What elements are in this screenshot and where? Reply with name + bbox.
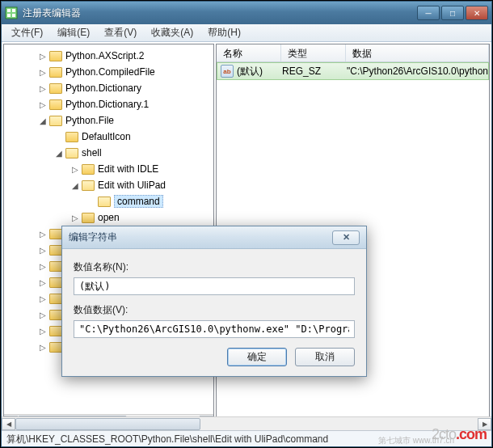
value-name: (默认) [237,65,263,78]
folder-icon [49,99,62,110]
window-title: 注册表编辑器 [23,6,417,20]
tree-label: open [98,212,120,223]
value-name-label: 数值名称(N): [74,260,355,274]
expand-closed-icon[interactable]: ▷ [69,163,82,175]
expand-closed-icon[interactable]: ▷ [36,98,49,111]
tree-item[interactable]: command [4,193,213,209]
folder-icon [49,51,62,61]
dialog-body: 数值名称(N): 数值数据(V): 确定 取消 [62,249,366,376]
tree-label: shell [82,147,102,158]
list-hscroll[interactable]: ◀ ▶ [2,416,491,430]
folder-icon [82,213,95,223]
tree-item[interactable]: ◢shell [4,145,213,161]
folder-icon [65,148,78,158]
dialog-title: 编辑字符串 [69,230,332,244]
value-data-label: 数值数据(V): [74,303,355,317]
expand-open-icon[interactable]: ◢ [36,114,49,127]
tree-label: Python.Dictionary [65,82,141,94]
value-type: REG_SZ [282,66,347,77]
scroll-right-icon[interactable]: ▶ [478,418,491,430]
scroll-track[interactable] [15,418,478,430]
close-button[interactable]: ✕ [466,6,488,20]
expand-closed-icon[interactable]: ▷ [36,308,49,321]
folder-icon [49,83,62,94]
edit-string-dialog[interactable]: 编辑字符串 ✕ 数值名称(N): 数值数据(V): 确定 取消 [61,226,367,377]
maximize-button[interactable]: □ [441,6,464,20]
col-data[interactable]: 数据 [346,44,489,61]
tree-label: command [114,195,163,208]
tree-item[interactable]: DefaultIcon [4,129,213,145]
tree-label: Python.CompiledFile [65,66,155,78]
expand-closed-icon[interactable]: ▷ [36,66,49,78]
svg-rect-2 [12,9,15,12]
tree-item[interactable]: ◢Edit with UliPad [4,177,213,193]
list-header[interactable]: 名称 类型 数据 [217,44,489,62]
folder-icon [49,294,62,304]
expand-closed-icon[interactable]: ▷ [36,340,49,353]
menu-edit[interactable]: 编辑(E) [51,24,96,41]
folder-icon [49,310,62,320]
folder-icon [49,342,62,353]
expand-closed-icon[interactable]: ▷ [36,243,49,256]
expand-closed-icon[interactable]: ▷ [36,49,49,62]
expand-open-icon[interactable]: ◢ [53,146,65,159]
folder-icon [49,245,62,256]
ok-button[interactable]: 确定 [227,348,287,366]
tree-label: Edit with IDLE [98,163,158,175]
expand-closed-icon[interactable]: ▷ [36,292,49,305]
folder-icon [98,197,111,207]
expand-closed-icon[interactable]: ▷ [36,260,49,273]
tree-item[interactable]: ▷Edit with IDLE [4,161,213,177]
tree-item[interactable]: ▷Python.CompiledFile [4,64,213,80]
value-data: "C:\Python26\ArcGIS10.0\python [347,66,488,77]
folder-icon [49,277,62,288]
svg-rect-4 [12,14,15,17]
tree-spacer [85,195,98,208]
expand-closed-icon[interactable]: ▷ [36,82,49,95]
folder-icon [49,229,62,239]
svg-rect-1 [7,9,11,12]
statusbar: 算机\HKEY_CLASSES_ROOT\Python.File\shell\E… [2,430,491,446]
menu-view[interactable]: 查看(V) [98,24,143,41]
list-row[interactable]: ab(默认) REG_SZ "C:\Python26\ArcGIS10.0\py… [217,62,489,80]
expand-closed-icon[interactable]: ▷ [36,227,49,240]
tree-item[interactable]: ▷Python.AXScript.2 [4,48,213,64]
value-name-input[interactable] [74,277,355,295]
value-data-input[interactable] [74,320,355,338]
tree-item[interactable]: ▷Python.Dictionary [4,80,213,96]
col-name[interactable]: 名称 [217,44,281,61]
titlebar[interactable]: 注册表编辑器 ─ □ ✕ [2,2,491,24]
app-icon [5,6,18,19]
folder-icon [65,132,78,142]
tree-label: DefaultIcon [82,131,131,142]
tree-item[interactable]: ▷Python.Dictionary.1 [4,96,213,112]
menu-favorites[interactable]: 收藏夹(A) [145,24,200,41]
dialog-titlebar[interactable]: 编辑字符串 ✕ [62,226,366,249]
tree-item[interactable]: ▷open [4,209,213,226]
expand-closed-icon[interactable]: ▷ [69,211,82,224]
window-buttons: ─ □ ✕ [417,6,488,20]
tree-label: Python.File [65,115,114,126]
scroll-thumb[interactable] [15,418,200,430]
expand-open-icon[interactable]: ◢ [69,179,82,192]
cancel-button[interactable]: 取消 [295,348,355,366]
expand-closed-icon[interactable]: ▷ [36,276,49,289]
tree-item[interactable]: ◢Python.File [4,112,213,129]
expand-closed-icon[interactable]: ▷ [36,324,49,337]
tree-spacer [53,130,65,143]
string-value-icon: ab [221,65,234,78]
folder-icon [49,261,62,272]
dialog-close-button[interactable]: ✕ [332,230,360,245]
regedit-window: 注册表编辑器 ─ □ ✕ 文件(F) 编辑(E) 查看(V) 收藏夹(A) 帮助… [1,1,492,447]
scroll-left-icon[interactable]: ◀ [2,418,15,430]
menu-file[interactable]: 文件(F) [5,24,49,41]
folder-icon [82,164,95,175]
menu-help[interactable]: 帮助(H) [201,24,247,41]
minimize-button[interactable]: ─ [417,6,440,20]
folder-icon [49,67,62,78]
tree-label: Python.AXScript.2 [65,50,144,61]
tree-label: Python.Dictionary.1 [65,99,149,110]
svg-rect-3 [7,14,11,17]
folder-icon [82,180,95,191]
col-type[interactable]: 类型 [281,44,346,61]
